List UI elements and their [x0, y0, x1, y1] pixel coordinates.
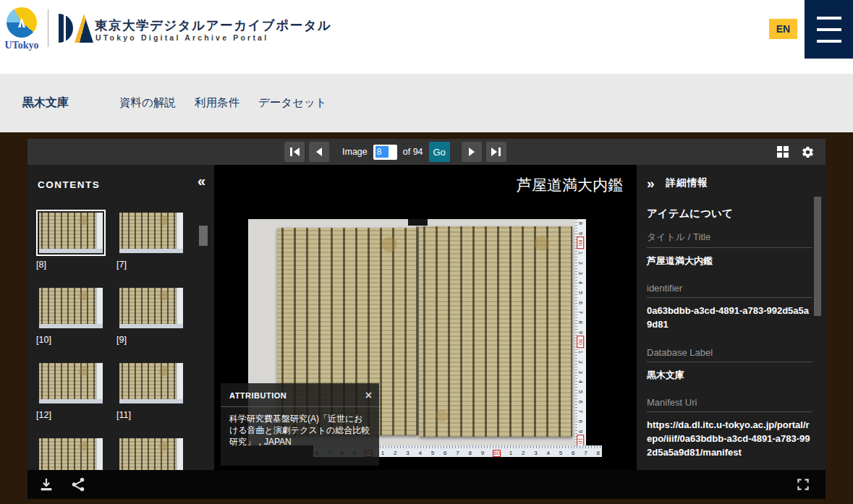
attribution-title: ATTRIBUTION	[229, 391, 287, 400]
utokyo-ginkgo-logo-icon[interactable]	[7, 7, 37, 38]
fullscreen-icon	[796, 477, 810, 492]
collection-nav: 黒木文庫資料の解説利用条件データセット	[0, 74, 853, 132]
first-image-button[interactable]	[284, 142, 305, 162]
previous-icon	[316, 148, 322, 156]
thumbnail-item[interactable]: [10]	[36, 285, 107, 345]
go-button[interactable]: Go	[429, 142, 450, 162]
detail-field-value: 芦屋道満大内鑑	[647, 254, 812, 268]
thumbnail-image	[119, 213, 183, 253]
thumbnail-frame	[116, 285, 186, 331]
detail-field-value: 0a63bdbb-a3cd-4891-a783-992d5a5a9d81	[647, 304, 812, 331]
site-header: UTokyo 東京大学デジタルアーカイブポータル UTokyo Digital …	[0, 0, 853, 74]
thumbnail-image	[119, 438, 183, 470]
first-icon	[294, 148, 300, 156]
viewer-bottom-bar	[27, 470, 826, 499]
thumbnail-frame	[116, 360, 186, 406]
fullscreen-button[interactable]	[793, 474, 813, 495]
attribution-popup: ATTRIBUTION × 科学研究費基盤研究(A)「近世における音曲と演劇テク…	[221, 383, 379, 466]
detail-field-value: https://da.dl.itc.u-tokyo.ac.jp/portal/r…	[647, 418, 812, 460]
nav-item-2[interactable]: 利用条件	[195, 95, 239, 111]
thumbnail-label: [9]	[116, 335, 187, 345]
utokyo-logo-text: UTokyo	[4, 40, 40, 51]
image-viewport[interactable]: 芦屋道満大内鑑 89801234567899012345678910 67895…	[214, 165, 637, 470]
nav-item-1[interactable]: 資料の解説	[119, 95, 176, 111]
grid-icon	[777, 146, 789, 158]
nav-item-3[interactable]: データセット	[258, 95, 327, 111]
vertical-ruler: 89801234567899012345678910	[575, 219, 586, 445]
nav-item-0[interactable]: 黒木文庫	[22, 95, 69, 111]
hamburger-icon	[817, 17, 841, 20]
language-toggle-button[interactable]: EN	[769, 19, 797, 39]
thumbnail-item[interactable]: [12]	[36, 360, 107, 420]
thumbnail-label: [11]	[116, 410, 187, 420]
menu-button[interactable]	[805, 0, 853, 59]
contents-panel-title: CONTENTS	[38, 179, 100, 190]
thumbnail-grid: [8][7][10][9][12][11]	[27, 204, 214, 470]
thumbnail-item[interactable]: [11]	[116, 360, 187, 420]
detail-field-label: Database Label	[647, 347, 812, 362]
image-label: Image	[342, 147, 368, 157]
da-logo-icon[interactable]	[59, 14, 92, 43]
close-icon[interactable]: ×	[365, 390, 372, 401]
settings-button[interactable]	[801, 145, 815, 159]
collapse-panel-button[interactable]: «	[198, 174, 205, 188]
thumbnail-item[interactable]: [9]	[116, 285, 187, 345]
thumbnail-frame	[116, 210, 186, 256]
da-logo-d	[59, 14, 73, 43]
thumbnail-frame	[36, 360, 106, 406]
thumbnail-label: [7]	[116, 260, 187, 270]
thumbnail-item[interactable]: [7]	[116, 210, 187, 270]
share-button[interactable]	[68, 474, 88, 495]
thumbnail-item-partial[interactable]	[36, 435, 107, 470]
detail-field: Database Label黒木文庫	[647, 347, 812, 382]
thumbnail-frame	[36, 285, 106, 331]
next-image-button[interactable]	[462, 142, 482, 162]
thumbnail-label: [10]	[36, 335, 107, 345]
image-number-value: 8	[375, 146, 389, 158]
details-panel: » 詳細情報 アイテムについて タイトル / Title芦屋道満大内鑑ident…	[637, 165, 826, 470]
thumbnail-label: [12]	[36, 410, 107, 420]
detail-field: Manifest Urihttps://da.dl.itc.u-tokyo.ac…	[647, 397, 812, 460]
download-button[interactable]	[36, 474, 56, 495]
detail-field-label: タイトル / Title	[647, 231, 812, 248]
portal-title-japanese[interactable]: 東京大学デジタルアーカイブポータル	[95, 17, 332, 34]
details-section-title: アイテムについて	[647, 207, 812, 221]
thumbnail-image	[119, 363, 183, 403]
download-icon	[38, 477, 54, 492]
portal-title-english: UTokyo Digital Archive Portal	[96, 33, 268, 42]
last-icon	[491, 148, 497, 156]
thumbnail-item-partial[interactable]	[116, 435, 187, 470]
expand-panel-button[interactable]: »	[647, 176, 655, 190]
da-logo-a	[75, 14, 93, 43]
thumbnail-frame	[36, 210, 106, 256]
contents-scrollbar[interactable]	[199, 226, 208, 246]
detail-field-label: identifier	[647, 283, 812, 298]
image-count-label: of 94	[403, 147, 423, 157]
details-panel-title: 詳細情報	[666, 176, 708, 189]
previous-image-button[interactable]	[309, 142, 329, 162]
detail-field: タイトル / Title芦屋道満大内鑑	[647, 231, 812, 268]
detail-field-label: Manifest Uri	[647, 397, 812, 412]
gear-icon	[801, 145, 815, 159]
share-icon	[70, 477, 86, 492]
attribution-text: 科学研究費基盤研究(A)「近世における音曲と演劇テクストの総合比較研究」，JAP…	[221, 407, 379, 456]
image-number-input[interactable]: 8	[373, 145, 397, 160]
contents-panel: CONTENTS « [8][7][10][9][12][11]	[27, 165, 214, 470]
last-image-button[interactable]	[486, 142, 506, 162]
gallery-view-button[interactable]	[777, 146, 789, 158]
thumbnail-image	[39, 438, 103, 470]
header-divider	[48, 9, 48, 47]
thumbnail-item[interactable]: [8]	[36, 210, 107, 270]
detail-field: identifier0a63bdbb-a3cd-4891-a783-992d5a…	[647, 283, 812, 331]
thumbnail-image	[119, 288, 183, 328]
thumbnail-image	[39, 288, 103, 328]
thumbnail-image	[39, 363, 103, 403]
document-title: 芦屋道満大内鑑	[517, 175, 623, 195]
thumbnail-label: [8]	[36, 260, 107, 270]
manuscript-right-page	[419, 226, 572, 437]
details-scrollbar[interactable]	[814, 197, 821, 316]
thumbnail-image	[39, 213, 103, 253]
details-fields: タイトル / Title芦屋道満大内鑑identifier0a63bdbb-a3…	[647, 231, 812, 460]
iiif-viewer: Image 8 of 94 Go	[27, 139, 826, 499]
binding-clip	[408, 219, 428, 226]
